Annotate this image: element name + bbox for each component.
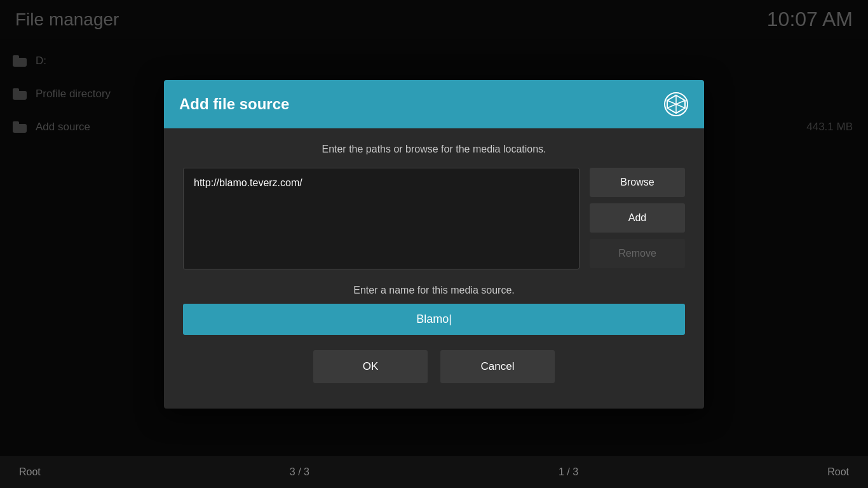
dialog-body: Enter the paths or browse for the media … [164, 128, 704, 409]
remove-button[interactable]: Remove [590, 239, 685, 268]
kodi-logo-icon [663, 92, 689, 117]
browse-button[interactable]: Browse [590, 168, 685, 197]
path-input[interactable] [183, 168, 580, 269]
dialog-header: Add file source [164, 80, 704, 128]
footer-left: Root [19, 466, 41, 478]
media-source-name-input[interactable] [183, 304, 685, 335]
footer-right: Root [827, 466, 849, 478]
path-action-buttons: Browse Add Remove [590, 168, 685, 269]
ok-button[interactable]: OK [313, 350, 428, 383]
app-footer: Root 3 / 3 1 / 3 Root [0, 456, 868, 488]
add-file-source-dialog: Add file source Enter the paths or brows… [164, 80, 704, 409]
add-button[interactable]: Add [590, 203, 685, 233]
name-label: Enter a name for this media source. [183, 285, 685, 296]
name-section: Enter a name for this media source. [183, 285, 685, 335]
dialog-subtitle: Enter the paths or browse for the media … [183, 144, 685, 155]
modal-overlay: Add file source Enter the paths or brows… [0, 0, 868, 488]
footer-center-right: 1 / 3 [559, 466, 578, 478]
path-section: Browse Add Remove [183, 168, 685, 269]
cancel-button[interactable]: Cancel [440, 350, 555, 383]
dialog-title: Add file source [179, 95, 289, 113]
dialog-footer: OK Cancel [183, 350, 685, 390]
footer-center-left: 3 / 3 [290, 466, 309, 478]
